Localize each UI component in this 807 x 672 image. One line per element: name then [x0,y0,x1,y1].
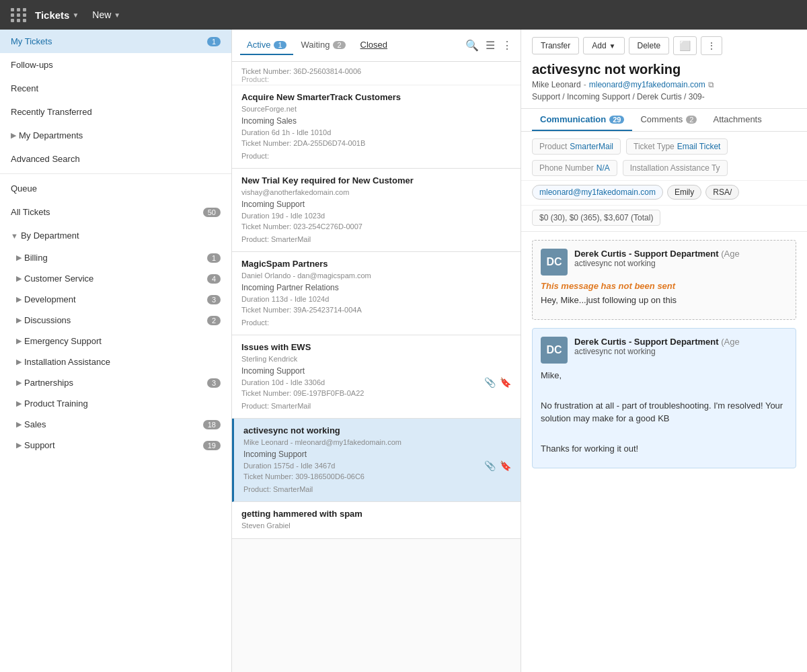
dept-name: Customer Service [24,274,93,284]
sidebar-dept-installation-assistance[interactable]: ▶ Installation Assistance [0,351,231,372]
chip-rsa[interactable]: RSA/ [705,185,739,200]
ticket-action-icons[interactable]: 📎 🔖 [484,377,511,388]
brand-caret-icon: ▼ [72,11,79,19]
ticket-product: Product: SmarterMail [241,234,511,245]
ticket-action-icons[interactable]: 📎 🔖 [484,460,511,471]
ticket-duration-row: Duration 1575d - Idle 3467d 📎 🔖 [243,460,511,472]
ticket-duration: Duration 19d - Idle 1023d [241,210,325,222]
dept-badge: 19 [203,441,221,450]
dept-badge: 18 [203,420,221,429]
tab-active[interactable]: Active 1 [240,36,293,55]
msg-meta: Derek Curtis - Support Department (Age a… [574,249,787,268]
sidebar-item-queue[interactable]: Queue [0,177,231,200]
more-options-icon[interactable]: ⋮ [701,36,722,55]
avatar: DC [541,249,568,276]
sidebar-dept-product-training[interactable]: ▶ Product Training [0,393,231,414]
sidebar-dept-emergency-support[interactable]: ▶ Emergency Support [0,331,231,351]
filter-icon[interactable]: ☰ [486,39,495,52]
pricing-text: $0 (30), $0 (365), $3,607 (Total) [539,213,653,222]
sidebar-dept-sales[interactable]: ▶ Sales 18 [0,414,231,435]
copy-icon[interactable]: ⧉ [708,80,714,89]
pricing-info: $0 (30), $0 (365), $3,607 (Total) [532,210,660,226]
sidebar-dept-discussions[interactable]: ▶ Discussions 2 [0,310,231,331]
ticket-product: Product: [241,151,511,162]
ticket-title: activesync not working [243,425,511,435]
dept-name: Development [24,294,76,304]
new-caret-icon: ▼ [114,11,120,19]
attachment-icon[interactable]: 📎 [484,377,496,388]
dept-badge: 3 [207,295,221,304]
ticket-item[interactable]: MagicSpam Partners Daniel Orlando - dan@… [232,252,521,335]
ticket-from: SourceForge.net [241,103,511,115]
detail-subtitle: Mike Leonard - mleonard@my1fakedomain.co… [532,80,796,101]
ticket-item[interactable]: Issues with EWS Sterling Kendrick Incomi… [232,335,521,419]
sidebar-dept-billing[interactable]: ▶ Billing 1 [0,247,231,268]
ticket-from: vishay@anotherfakedomain.com [241,187,511,198]
expand-icon: ▶ [16,253,22,262]
tab-waiting[interactable]: Waiting 2 [295,36,352,55]
app-brand[interactable]: Tickets ▼ [35,9,79,21]
app-grid-icon[interactable] [11,8,27,22]
not-sent-label: This message has not been sent [541,281,787,291]
ticket-item[interactable]: activesync not working Mike Leonard - ml… [232,419,521,502]
chip-email[interactable]: mleonard@my1fakedomain.com [532,185,663,200]
sidebar-item-followups[interactable]: Follow-ups [0,53,231,77]
msg-body: Mike,No frustration at all - part of tro… [541,369,787,456]
message-card: DC Derek Curtis - Support Department (Ag… [532,328,796,468]
sidebar-item-label: My Tickets [11,36,52,46]
ticket-number: Ticket Number: 2DA-255D6D74-001B [241,138,511,149]
all-tickets-badge: 50 [203,208,221,217]
expand-icon: ▶ [16,295,22,304]
chip-emily[interactable]: Emily [667,185,701,200]
sidebar-dept-development[interactable]: ▶ Development 3 [0,289,231,310]
ticket-item[interactable]: Acquire New SmarterTrack Customers Sourc… [232,85,521,169]
flag-icon[interactable]: 🔖 [500,460,511,471]
sidebar-item-recently-transferred[interactable]: Recently Transferred [0,100,231,124]
sidebar-item-label: By Department [21,230,79,241]
from-email[interactable]: mleonard@my1fakedomain.com [589,80,705,89]
dept-badge: 1 [207,253,221,263]
detail-panel: Transfer Add ▼ Delete ⬜ ⋮ activesync not… [521,30,807,672]
ticket-number: Ticket Number: 023-254C276D-0007 [241,221,511,233]
breadcrumb: Support / Incoming Support / Derek Curti… [532,92,705,101]
sidebar-item-label: Advanced Search [11,154,80,164]
sidebar-item-my-tickets[interactable]: My Tickets 1 [0,30,231,53]
attachment-icon[interactable]: 📎 [484,460,496,471]
sidebar-dept-support[interactable]: ▶ Support 19 [0,435,231,456]
sidebar-item-label: Queue [11,183,37,194]
sidebar-item-by-department[interactable]: ▼ By Department [0,224,231,247]
ticket-list: Active 1 Waiting 2 Closed 🔍 ☰ ⋮ Ticket N… [232,30,521,672]
ticket-from: Mike Leonard - mleonard@my1fakedomain.co… [243,437,511,448]
message-header: DC Derek Curtis - Support Department (Ag… [541,337,787,364]
search-icon[interactable]: 🔍 [465,39,479,52]
ticket-item[interactable]: getting hammered with spam Steven Grabie… [232,502,521,539]
ticket-title: Acquire New SmarterTrack Customers [241,92,511,102]
ticket-duration-row: Duration 113d - Idle 1024d [241,294,511,305]
delete-button[interactable]: Delete [629,37,670,54]
sidebar-item-all-tickets[interactable]: All Tickets 50 [0,200,231,224]
sidebar-item-my-departments[interactable]: ▶ My Departments [0,124,231,147]
sidebar-item-recent[interactable]: Recent [0,77,231,100]
new-button[interactable]: New ▼ [92,9,120,20]
transfer-button[interactable]: Transfer [532,37,579,54]
sidebar-item-advanced-search[interactable]: Advanced Search [0,147,231,171]
tab-comments[interactable]: Comments 2 [632,109,705,131]
tab-communication[interactable]: Communication 29 [532,109,632,131]
tab-closed[interactable]: Closed [354,36,394,55]
expand-icon: ▶ [16,316,22,325]
sidebar-dept-customer-service[interactable]: ▶ Customer Service 4 [0,268,231,289]
more-icon[interactable]: ⋮ [502,39,512,52]
ticket-from: Steven Grabiel [241,520,511,532]
detail-toolbar: Transfer Add ▼ Delete ⬜ ⋮ [532,36,796,55]
add-button[interactable]: Add ▼ [583,37,624,54]
ticket-dept: Incoming Sales [241,115,511,127]
sidebar-dept-partnerships[interactable]: ▶ Partnerships 3 [0,372,231,393]
tab-attachments[interactable]: Attachments [705,109,769,131]
ticket-number: Ticket Number: 09E-197BF0FB-0A22 [241,388,511,399]
external-link-icon[interactable]: ⬜ [673,36,697,55]
ticket-item[interactable]: New Trial Key required for New Customer … [232,169,521,252]
dept-name: Support [24,440,55,450]
detail-header: Transfer Add ▼ Delete ⬜ ⋮ activesync not… [521,30,807,109]
detail-tabs: Communication 29 Comments 2 Attachments [521,109,807,132]
flag-icon[interactable]: 🔖 [500,377,511,388]
